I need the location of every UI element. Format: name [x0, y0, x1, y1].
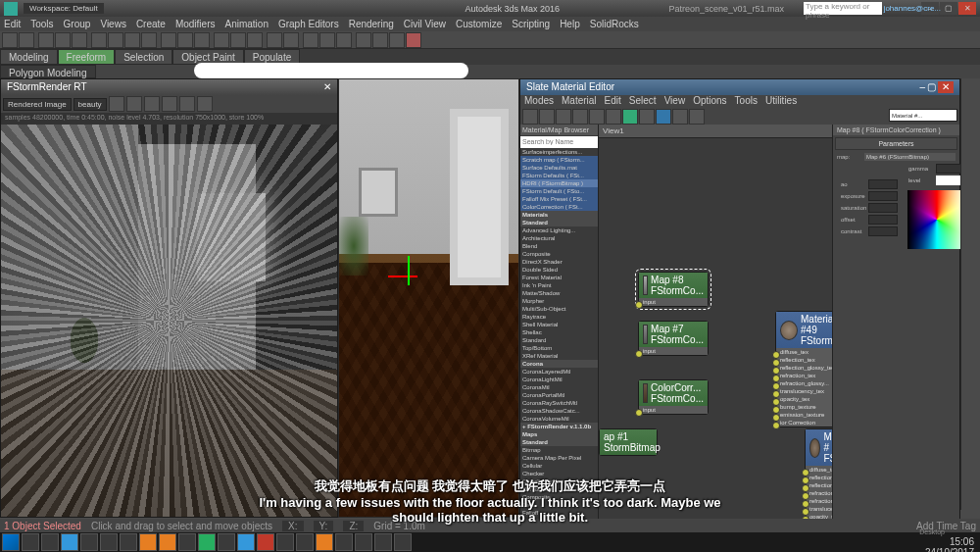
unlink-button[interactable]	[55, 32, 71, 48]
param-ao-input[interactable]	[868, 179, 898, 189]
mb-item[interactable]: XRef Material	[520, 352, 598, 360]
mb-item[interactable]: Surface Defaults.mat	[520, 164, 598, 172]
mb-item[interactable]: CoronaShadowCatc...	[520, 407, 598, 415]
maximize-button[interactable]: ▢	[940, 2, 957, 15]
select-region-button[interactable]	[124, 32, 140, 48]
fstorm-titlebar[interactable]: FStormRender RT ✕	[1, 79, 337, 95]
transform-gizmo[interactable]	[388, 256, 427, 295]
mb-item[interactable]: DirectX Shader	[520, 258, 598, 266]
fstorm-channel-button[interactable]	[179, 96, 195, 112]
task-app-icon[interactable]	[218, 533, 235, 551]
task-3dsmax-icon[interactable]	[198, 533, 216, 551]
task-app-icon[interactable]	[316, 533, 333, 551]
slate-menu-edit[interactable]: Edit	[605, 95, 621, 109]
task-app-icon[interactable]	[159, 533, 176, 551]
slate-menu-select[interactable]: Select	[629, 95, 657, 109]
tab-selection[interactable]: Selection	[115, 49, 172, 65]
slate-bg-button[interactable]	[639, 109, 655, 125]
slate-put-button[interactable]	[539, 109, 555, 125]
render-viewport[interactable]	[1, 125, 337, 517]
undo-button[interactable]	[2, 32, 18, 48]
menu-scripting[interactable]: Scripting	[512, 19, 550, 29]
node-map1[interactable]: ap #1StormBitmap	[599, 428, 658, 456]
mb-category[interactable]: Standard	[520, 219, 598, 226]
mb-item[interactable]: Shellac	[520, 328, 598, 336]
taskbar-clock[interactable]: Desktop 15:06 24/10/2017	[919, 527, 978, 553]
mirror-button[interactable]	[267, 32, 282, 48]
task-app-icon[interactable]	[296, 533, 314, 551]
fstorm-clone-button[interactable]	[144, 96, 160, 112]
task-app-icon[interactable]	[257, 533, 274, 551]
task-app-icon[interactable]	[100, 533, 118, 551]
mb-item[interactable]: Matte/Shadow	[520, 289, 598, 297]
param-section[interactable]: Parameters	[835, 137, 957, 150]
slate-close-icon[interactable]: ✕	[938, 81, 954, 93]
fstorm-beauty-dropdown[interactable]: beauty	[74, 98, 107, 111]
mb-item[interactable]: CoronaPortalMtl	[520, 391, 598, 399]
mb-item[interactable]: Top/Bottom	[520, 344, 598, 352]
mb-item[interactable]: Bitmap	[520, 446, 598, 454]
link-button[interactable]	[38, 32, 54, 48]
mb-item[interactable]: CoronaLayeredMtl	[520, 368, 598, 376]
schematic-button[interactable]	[336, 32, 352, 48]
menu-modifiers[interactable]: Modifiers	[175, 19, 216, 29]
task-skype-icon[interactable]	[61, 533, 78, 551]
slate-maximize-icon[interactable]: ▢	[927, 81, 936, 93]
slate-preview-button[interactable]	[656, 109, 671, 125]
node-material49[interactable]: Material #49FStorm diffuse_tex reflectio…	[775, 311, 832, 427]
task-app-icon[interactable]	[80, 533, 98, 551]
mb-item[interactable]: Raytrace	[520, 313, 598, 321]
task-app-icon[interactable]	[335, 533, 353, 551]
mb-item[interactable]: Blend	[520, 242, 598, 250]
param-map-button[interactable]: Map #6 (FStormBitmap)	[864, 153, 956, 161]
menu-grapheditors[interactable]: Graph Editors	[278, 19, 339, 29]
slate-menu-modes[interactable]: Modes	[524, 95, 554, 109]
param-offset-input[interactable]	[868, 215, 898, 225]
command-panel[interactable]	[960, 78, 980, 510]
node-canvas[interactable]: View1 Map #8FStormCo... input	[599, 125, 832, 530]
mb-item[interactable]: Composite	[520, 250, 598, 258]
tab-freeform[interactable]: Freeform	[58, 49, 116, 65]
mb-item[interactable]: CoronaMtl	[520, 383, 598, 391]
menu-tools[interactable]: Tools	[30, 19, 53, 29]
mb-item[interactable]: Double Sided	[520, 266, 598, 274]
mb-item[interactable]: CoronaRaySwitchMtl	[520, 399, 598, 407]
mb-list[interactable]: Surfaceimperfections... Scratch map ( FS…	[520, 148, 598, 521]
mb-item[interactable]: Scratch map ( FStorm...	[520, 156, 598, 164]
snap-button[interactable]	[214, 32, 229, 48]
close-button[interactable]: ✕	[958, 2, 976, 15]
rotate-button[interactable]	[177, 32, 193, 48]
fstorm-copy-button[interactable]	[126, 96, 142, 112]
task-app-icon[interactable]	[178, 533, 196, 551]
mb-category[interactable]: Materials	[520, 211, 598, 219]
select-button[interactable]	[91, 32, 107, 48]
menu-rendering[interactable]: Rendering	[349, 19, 394, 29]
fstorm-save-button[interactable]	[109, 96, 124, 112]
fstorm-rendered-dropdown[interactable]: Rendered Image	[3, 98, 72, 111]
slate-delete-button[interactable]	[572, 109, 588, 125]
mb-item[interactable]: Shell Material	[520, 321, 598, 328]
percent-snap-button[interactable]	[247, 32, 263, 48]
node-map7[interactable]: Map #7FStormCo... input	[638, 321, 709, 356]
node-materialx[interactable]: Material #FStorm diffuse_tex reflection_…	[805, 428, 832, 530]
render-setup-button[interactable]	[372, 32, 388, 48]
slate-pick-button[interactable]	[522, 109, 538, 125]
move-button[interactable]	[161, 32, 176, 48]
slate-select-button[interactable]	[689, 109, 705, 125]
mb-item[interactable]: Architectural	[520, 234, 598, 242]
render-frame-button[interactable]	[389, 32, 405, 48]
menu-customize[interactable]: Customize	[456, 19, 502, 29]
node-colorcorr[interactable]: ColorCorr...FStormCo... input	[638, 379, 709, 415]
mb-search-input[interactable]	[520, 136, 598, 148]
material-editor-button[interactable]	[356, 32, 371, 48]
fstorm-close-icon[interactable]: ✕	[323, 81, 331, 93]
fstorm-rgb-button[interactable]	[197, 96, 213, 112]
mb-item[interactable]: Forest Material	[520, 274, 598, 281]
color-picker[interactable]	[907, 190, 966, 249]
mb-item[interactable]: CoronaLightMtl	[520, 376, 598, 383]
align-button[interactable]	[283, 32, 299, 48]
bind-button[interactable]	[72, 32, 87, 48]
slate-menu-tools[interactable]: Tools	[735, 95, 758, 109]
mb-item[interactable]: Advanced Lighting...	[520, 226, 598, 234]
mb-item[interactable]: Standard	[520, 336, 598, 344]
